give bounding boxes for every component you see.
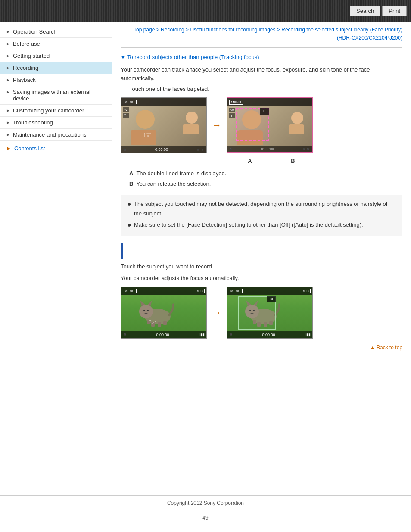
selection-icon: ☐ (260, 108, 269, 115)
legend: A: The double-lined frame is displayed.B… (129, 168, 402, 189)
note-bullet-1: ● The subject you touched may not be det… (127, 199, 396, 218)
cat-menu-bar-1: MENU REC (121, 287, 206, 295)
cat-focus-corner: ✖ (267, 296, 276, 302)
sidebar-item-label: Maintenance and precautions (13, 131, 107, 138)
arrow-icon: ► (6, 108, 10, 113)
svg-point-9 (147, 310, 149, 311)
note-bullet-2: ● Make sure to set the [Face Detection] … (127, 220, 396, 230)
arrow-icon: ► (6, 41, 10, 46)
sidebar-item-maintenance[interactable]: ► Maintenance and precautions (0, 129, 112, 141)
touch-instruction: Touch one of the faces targeted. (129, 86, 402, 92)
blue-bar-icon (121, 243, 123, 259)
note-text-2: Make sure to set the [Face Detection] se… (134, 220, 363, 230)
note-box: ● The subject you touched may not be det… (121, 195, 402, 236)
sidebar-item-label: Recording (13, 65, 107, 71)
svg-point-1 (139, 305, 153, 318)
bullet-icon: ● (127, 199, 134, 209)
sidebar: ► Operation Search ► Before use ► Gettin… (0, 22, 112, 495)
person2 (185, 112, 199, 134)
sidebar-item-recording[interactable]: ► Recording (0, 62, 112, 74)
note-text-1: The subject you touched may not be detec… (134, 199, 396, 218)
tracking-body-2: Your camcorder adjusts the focus automat… (121, 274, 402, 283)
tracking-body-1: Touch the subject you want to record. (121, 262, 402, 271)
main-content: Top page > Recording > Useful functions … (112, 22, 411, 495)
svg-rect-5 (158, 322, 161, 327)
tracking-focus-link[interactable]: ▼ To record subjects other than people (… (121, 54, 402, 60)
header-buttons: Search Print (350, 6, 407, 16)
search-button[interactable]: Search (350, 6, 380, 16)
sidebar-item-label: Troubleshooting (13, 119, 107, 126)
menu-bar-2: MENU (227, 98, 312, 106)
breadcrumb: Top page > Recording > Useful functions … (121, 26, 402, 42)
cat-menu-bar-2: MENU REC (227, 287, 312, 295)
bullet-icon-2: ● (127, 220, 134, 230)
arrow-icon: ► (6, 120, 10, 125)
sidebar-item-label: Saving images with an external device (13, 89, 107, 102)
sidebar-item-customizing[interactable]: ► Customizing your camcorder (0, 105, 112, 117)
wt-bar: W T (123, 107, 129, 118)
face-image-before: MENU W T ☞ ◾ (121, 97, 207, 153)
layout: ► Operation Search ► Before use ► Gettin… (0, 22, 411, 495)
svg-point-8 (143, 310, 145, 311)
cat-focus-box: ✖ (238, 296, 276, 330)
legend-b: B: You can release the selection. (129, 179, 402, 189)
cat-hand-cursor-icon: ☞ (148, 317, 156, 329)
back-to-top-link[interactable]: ▲ Back to top (121, 345, 402, 351)
cat-image-after: MENU REC (227, 287, 313, 339)
sidebar-item-operation-search[interactable]: ► Operation Search (0, 26, 112, 38)
arrow-icon: ► (6, 53, 10, 58)
sidebar-item-label: Before use (13, 40, 107, 47)
contents-list-label: Contents list (14, 145, 45, 152)
sidebar-item-troubleshooting[interactable]: ► Troubleshooting (0, 117, 112, 129)
sidebar-item-label: Customizing your camcorder (13, 107, 107, 114)
arrow-icon: ► (6, 90, 10, 94)
sidebar-item-saving-images[interactable]: ► Saving images with an external device (0, 86, 112, 105)
bottom-bar-2: ◾ 0:00:00 ◾◾ (227, 146, 312, 152)
breadcrumb-useful[interactable]: Useful functions for recording images (190, 27, 275, 33)
breadcrumb-top[interactable]: Top page (134, 27, 155, 33)
menu-label: MENU (123, 100, 137, 104)
blue-bar-section (121, 243, 402, 259)
face-image-row: MENU W T ☞ ◾ (121, 97, 402, 153)
cat-bottom-bar-1: ◾ 0:00:00 1▮▮ (121, 331, 206, 338)
bottom-bar: ◾ 0:00:00 ◾◾ (121, 146, 206, 153)
sidebar-item-label: Playback (13, 77, 107, 83)
sidebar-item-playback[interactable]: ► Playback (0, 74, 112, 86)
page-number: 49 (0, 515, 411, 521)
contents-list-link[interactable]: ► Contents list (0, 141, 112, 156)
back-to-top-label: Back to top (377, 345, 402, 351)
divider (121, 47, 402, 48)
legend-a: A: The double-lined frame is displayed. (129, 168, 402, 178)
wt-bar-2: W T (229, 108, 235, 118)
breadcrumb-recording[interactable]: Recording (161, 27, 184, 33)
arrow-right-icon: ► (6, 145, 12, 152)
triangle-icon: ▼ (121, 55, 125, 60)
sidebar-item-getting-started[interactable]: ► Getting started (0, 50, 112, 62)
arrow-icon: ► (6, 29, 10, 34)
hand-cursor-icon: ☞ (143, 130, 152, 141)
sidebar-item-label: Operation Search (13, 28, 107, 35)
menu-label-2: MENU (229, 100, 243, 105)
ab-labels: A B (121, 156, 402, 164)
header: Search Print (0, 0, 411, 22)
sidebar-item-before-use[interactable]: ► Before use (0, 38, 112, 50)
breadcrumb-current: Recording the selected subject clearly (… (281, 27, 402, 41)
person2-b (290, 112, 304, 134)
copyright-text: Copyright 2012 Sony Corporation (167, 500, 244, 506)
arrow-icon: ► (6, 78, 10, 82)
body-text-1: Your camcorder can track a face you sele… (121, 65, 402, 82)
print-button[interactable]: Print (382, 6, 407, 16)
cat-arrow-between: → (212, 307, 221, 318)
menu-bar: MENU (121, 98, 206, 106)
label-b: B (291, 158, 295, 164)
tracking-link-label: To record subjects other than people (Tr… (127, 54, 259, 60)
arrow-icon: ► (6, 65, 10, 70)
face-image-after: MENU W T ☐ (227, 97, 313, 153)
cat-image-before: MENU REC (121, 287, 207, 339)
footer: Copyright 2012 Sony Corporation (0, 495, 411, 510)
label-a: A (248, 158, 252, 164)
sidebar-item-label: Getting started (13, 53, 107, 59)
back-to-top-icon: ▲ (370, 345, 375, 351)
arrow-between-images: → (212, 120, 221, 131)
cat-bottom-bar-2: ◾ 0:00:00 1▮▮ (227, 331, 312, 338)
